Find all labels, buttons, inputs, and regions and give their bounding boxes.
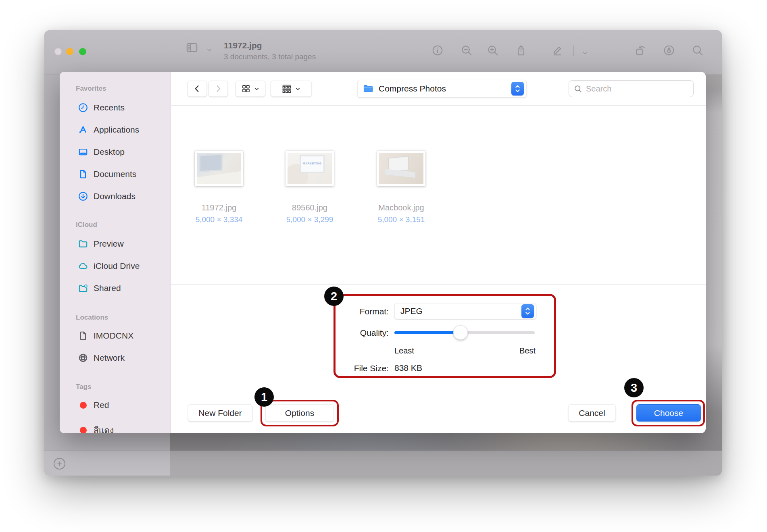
dialog-sidebar: Favorites Recents Applications Desktop D…: [60, 72, 171, 433]
chevron-down-icon: [254, 86, 260, 92]
file-size-value: 838 KB: [394, 363, 422, 373]
quality-best-label: Best: [519, 346, 536, 355]
add-page-button[interactable]: +: [54, 458, 65, 470]
sidebar-item-network[interactable]: Network: [60, 349, 171, 367]
save-dialog-sheet: Favorites Recents Applications Desktop D…: [60, 72, 706, 433]
annotation-badge-1: 1: [254, 387, 274, 407]
sidebar-item-documents[interactable]: Documents: [60, 165, 171, 183]
quality-slider-fill: [394, 331, 461, 334]
sidebar-item-downloads[interactable]: Downloads: [60, 187, 171, 205]
sidebar-section-favorites: Favorites: [76, 85, 106, 93]
window-subtitle: 3 documents, 3 total pages: [224, 52, 316, 61]
grid-view-icon: [241, 84, 251, 94]
forward-button[interactable]: [208, 81, 228, 97]
options-button[interactable]: Options: [265, 404, 334, 422]
annotate-icon[interactable]: [662, 44, 676, 57]
share-icon[interactable]: [514, 44, 528, 57]
search-icon: [574, 85, 582, 93]
info-icon[interactable]: [431, 44, 444, 57]
rotate-icon[interactable]: [634, 44, 648, 57]
dialog-toolbar: Compress Photos: [171, 72, 706, 106]
file-dimensions: 5,000 × 3,299: [269, 215, 350, 224]
sidebar-item-desktop[interactable]: Desktop: [60, 143, 171, 161]
quality-slider-thumb[interactable]: [453, 325, 468, 340]
format-dropdown[interactable]: JPEG: [394, 303, 536, 319]
sidebar-item-tag-red[interactable]: Red: [60, 396, 171, 414]
cloud-icon: [77, 260, 89, 272]
sidebar-item-icloud-drive[interactable]: iCloud Drive: [60, 257, 171, 275]
search-icon[interactable]: [691, 44, 704, 57]
file-icon: [77, 330, 89, 341]
applications-icon: [77, 124, 89, 135]
file-name: 89560.jpg: [269, 203, 350, 212]
sidebar-section-locations: Locations: [76, 314, 108, 322]
downloads-icon: [77, 191, 89, 202]
file-thumbnail: [195, 151, 243, 186]
file-name: 11972.jpg: [179, 203, 259, 212]
folder-dropdown-stepper-icon: [511, 82, 524, 96]
chevron-down-icon: [295, 86, 301, 92]
sidebar-item-imodcnx[interactable]: IMODCNX: [60, 327, 171, 345]
sidebar-section-tags: Tags: [76, 383, 91, 391]
markup-pencil-icon[interactable]: [550, 44, 564, 57]
options-annotation-box: Format: JPEG Quality: Least Best File Si…: [333, 294, 556, 378]
dialog-main: Compress Photos 11972.jpg 5,000 × 3,334 …: [171, 72, 706, 433]
file-item[interactable]: MARKETING 89560.jpg 5,000 × 3,299: [269, 151, 350, 224]
sidebar-item-shared[interactable]: Shared: [60, 279, 171, 297]
quality-slider[interactable]: [394, 331, 535, 334]
blue-folder-icon: [363, 83, 374, 94]
new-folder-button[interactable]: New Folder: [188, 404, 252, 422]
view-menu-chevron-icon[interactable]: [202, 43, 216, 57]
quality-least-label: Least: [394, 346, 414, 355]
format-value: JPEG: [400, 306, 521, 316]
sidebar-toggle-icon[interactable]: [185, 41, 199, 54]
shared-folder-icon: [77, 283, 89, 294]
annotation-badge-2: 2: [324, 287, 344, 306]
format-label: Format:: [340, 307, 389, 316]
file-size-label: File Size:: [340, 364, 389, 373]
sidebar-item-recents[interactable]: Recents: [60, 99, 171, 116]
options-divider: [171, 284, 706, 285]
markup-dropdown-chevron-icon[interactable]: [578, 46, 592, 60]
toolbar-separator: [573, 46, 574, 56]
zoom-out-icon[interactable]: [460, 44, 473, 57]
back-button[interactable]: [188, 81, 207, 97]
file-item[interactable]: Macbook.jpg 5,000 × 3,151: [361, 151, 442, 224]
search-input[interactable]: [586, 84, 688, 94]
search-field[interactable]: [569, 80, 694, 97]
file-dimensions: 5,000 × 3,334: [179, 215, 259, 224]
cancel-button[interactable]: Cancel: [568, 404, 616, 422]
group-view-button[interactable]: [271, 81, 312, 97]
choose-button[interactable]: Choose: [636, 404, 701, 422]
sidebar-item-tag-red-thai[interactable]: สีแดง: [60, 421, 171, 433]
close-button[interactable]: [54, 48, 62, 55]
preview-window: 11972.jpg 3 documents, 3 total pages: [44, 30, 722, 476]
quality-label: Quality:: [340, 328, 389, 338]
sidebar-section-icloud: iCloud: [76, 221, 97, 229]
file-thumbnail: MARKETING: [286, 151, 334, 186]
folder-icon: [77, 238, 89, 249]
sidebar-item-preview[interactable]: Preview: [60, 235, 171, 253]
red-tag-icon: [77, 424, 89, 433]
globe-icon: [77, 352, 89, 364]
clock-icon: [77, 102, 89, 113]
file-dimensions: 5,000 × 3,151: [361, 215, 442, 224]
titlebar: 11972.jpg 3 documents, 3 total pages: [44, 30, 722, 75]
group-view-icon: [281, 83, 292, 94]
zoom-in-icon[interactable]: [486, 44, 500, 57]
annotation-badge-3: 3: [624, 378, 644, 397]
icon-view-button[interactable]: [236, 81, 265, 97]
window-title: 11972.jpg: [224, 41, 262, 50]
folder-dropdown[interactable]: Compress Photos: [357, 80, 527, 98]
file-name: Macbook.jpg: [361, 203, 442, 212]
file-thumbnail: [377, 151, 425, 186]
sidebar-item-applications[interactable]: Applications: [60, 121, 171, 139]
file-item[interactable]: 11972.jpg 5,000 × 3,334: [179, 151, 259, 224]
window-bottom-bar: +: [44, 451, 722, 476]
red-tag-icon: [77, 399, 89, 411]
zoom-window-button[interactable]: [79, 48, 86, 55]
desktop-icon: [77, 146, 89, 158]
format-dropdown-stepper-icon: [521, 304, 534, 318]
folder-dropdown-value: Compress Photos: [379, 84, 511, 94]
minimize-button[interactable]: [66, 48, 73, 55]
